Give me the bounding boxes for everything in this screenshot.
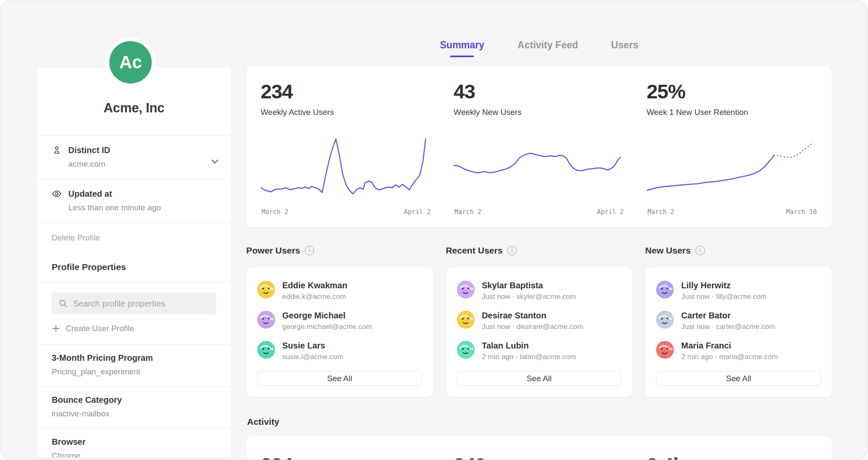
tab-summary[interactable]: Summary — [440, 39, 484, 57]
x-tick-label: March 2 — [454, 208, 481, 216]
avatar — [457, 311, 475, 329]
avatar-face — [257, 341, 275, 359]
user-row[interactable]: Skylar Baptista Just now · skyler@acme.c… — [457, 281, 622, 301]
avatar — [457, 281, 475, 298]
line-series-projected — [774, 144, 812, 157]
delete-profile-button[interactable]: Delete Profile — [36, 223, 231, 253]
power-users-list: Eddie Kwakman eddie.k@acme.com — [257, 281, 422, 371]
distinct-id-label: Distinct ID — [68, 145, 110, 155]
avatar-face — [656, 281, 674, 298]
chevron-down-icon[interactable] — [209, 156, 220, 167]
avatar-face — [457, 341, 475, 359]
new-users-section: New Users i — [645, 245, 832, 397]
user-name: Desirae Stanton — [482, 311, 583, 321]
new-users-list: Lilly Herwitz Just now · lilly@acme.com — [656, 281, 821, 371]
profile-properties-list: 3-Month Pricing Program Pricing_plan_exp… — [36, 344, 231, 457]
user-name: Maria Franci — [681, 341, 778, 351]
profile-properties-title: Profile Properties — [36, 251, 231, 282]
user-name: Eddie Kwakman — [282, 281, 347, 290]
user-detail: Just now · desirare@acme.com — [482, 323, 583, 331]
user-name: Talan Lubin — [482, 341, 576, 351]
avatar-face — [257, 281, 275, 298]
user-name: George Michael — [282, 311, 372, 321]
plus-icon — [52, 324, 60, 333]
retention-chart — [647, 135, 818, 203]
avatar — [656, 311, 674, 329]
retention-stat: 25% Week 1 New User Retention March 2 Ma… — [647, 80, 818, 227]
user-detail: susie.l@acme.com — [282, 353, 343, 361]
power-users-section: Power Users i — [246, 245, 433, 397]
updated-at-value: Less than one minute ago — [68, 203, 216, 212]
user-row[interactable]: Susie Lars susie.l@acme.com — [257, 341, 422, 361]
weekly-active-users-axis: March 2 April 2 — [261, 208, 431, 216]
weekly-new-users-chart — [453, 135, 624, 203]
weekly-active-users-label: Weekly Active Users — [261, 108, 431, 117]
avatar — [257, 311, 275, 329]
user-row[interactable]: Eddie Kwakman eddie.k@acme.com — [257, 281, 422, 301]
line-series — [647, 155, 774, 190]
distinct-id-value: acme.com — [68, 159, 216, 169]
new-users-title: New Users — [645, 245, 690, 256]
user-row[interactable]: Carter Bator Just now · carter@acme.com — [656, 311, 821, 331]
user-detail: george.michael@acme.com — [282, 323, 372, 331]
retention-axis: March 2 March 10 — [647, 208, 818, 216]
activity-title: Activity — [247, 417, 279, 427]
property-row[interactable]: Bounce Category inactive-mailbox — [36, 386, 231, 428]
user-name: Lilly Herwitz — [681, 281, 766, 290]
property-row[interactable]: Browser Chrome — [36, 428, 231, 457]
retention-label: Week 1 New User Retention — [647, 108, 818, 117]
property-row[interactable]: 3-Month Pricing Program Pricing_plan_exp… — [36, 344, 231, 386]
active-tab-underline — [450, 56, 474, 57]
power-users-card: Eddie Kwakman eddie.k@acme.com — [246, 267, 433, 397]
info-icon[interactable]: i — [305, 246, 314, 255]
see-all-button[interactable]: See All — [656, 371, 821, 386]
see-all-button[interactable]: See All — [257, 371, 422, 386]
user-sections: Power Users i — [246, 245, 832, 397]
avatar-face — [257, 311, 275, 329]
x-tick-label: March 2 — [648, 208, 674, 216]
info-icon[interactable]: i — [696, 246, 705, 255]
user-detail: 2 min ago · maria@acme.com — [681, 353, 778, 361]
eye-icon — [52, 189, 62, 199]
user-detail: Just now · carter@acme.com — [681, 323, 775, 331]
property-name: Browser — [52, 437, 216, 447]
activity-card: 234 240 3.4k — [246, 436, 832, 460]
user-detail: 2 min ago · talan@acme.com — [482, 353, 576, 361]
avatar-face — [656, 341, 674, 359]
user-row[interactable]: Desirae Stanton Just now · desirare@acme… — [457, 311, 622, 331]
weekly-active-users-stat: 234 Weekly Active Users March 2 April 2 — [261, 80, 431, 227]
avatar — [457, 341, 475, 359]
user-detail: Just now · skyler@acme.com — [482, 293, 576, 301]
line-series — [453, 153, 620, 173]
avatar-face — [457, 281, 475, 298]
chart-svg — [261, 135, 431, 203]
info-icon[interactable]: i — [507, 246, 517, 255]
recent-users-section: Recent Users i — [446, 245, 633, 397]
company-avatar: Ac — [106, 38, 155, 87]
profile-properties-card: Profile Properties Create User Profile 3… — [36, 251, 231, 457]
property-value: Pricing_plan_experiment — [52, 367, 216, 376]
avatar-face — [457, 311, 475, 329]
see-all-button[interactable]: See All — [457, 371, 622, 386]
user-name: Skylar Baptista — [482, 281, 576, 290]
tab-activity-feed[interactable]: Activity Feed — [517, 39, 578, 57]
property-value: Chrome — [52, 451, 216, 457]
recent-users-title: Recent Users — [446, 245, 503, 256]
create-user-profile-button[interactable]: Create User Profile — [52, 324, 216, 333]
weekly-active-users-chart — [261, 135, 431, 203]
user-row[interactable]: Maria Franci 2 min ago · maria@acme.com — [656, 341, 821, 361]
x-tick-label: April 2 — [404, 208, 431, 216]
user-name: Susie Lars — [282, 341, 343, 351]
distinct-id-row[interactable]: Distinct ID acme.com — [36, 135, 231, 179]
search-input[interactable] — [73, 299, 209, 309]
weekly-new-users-stat: 43 Weekly New Users March 2 April 2 — [453, 80, 624, 227]
user-row[interactable]: Lilly Herwitz Just now · lilly@acme.com — [656, 281, 821, 301]
activity-stat-value: 3.4k — [647, 453, 818, 460]
profile-properties-search[interactable] — [52, 293, 216, 315]
user-row[interactable]: George Michael george.michael@acme.com — [257, 311, 422, 331]
tab-users[interactable]: Users — [611, 39, 638, 57]
avatar-face — [656, 311, 674, 329]
activity-stat-value: 240 — [453, 453, 624, 460]
user-row[interactable]: Talan Lubin 2 min ago · talan@acme.com — [457, 341, 622, 361]
activity-stat-value: 234 — [261, 453, 431, 460]
